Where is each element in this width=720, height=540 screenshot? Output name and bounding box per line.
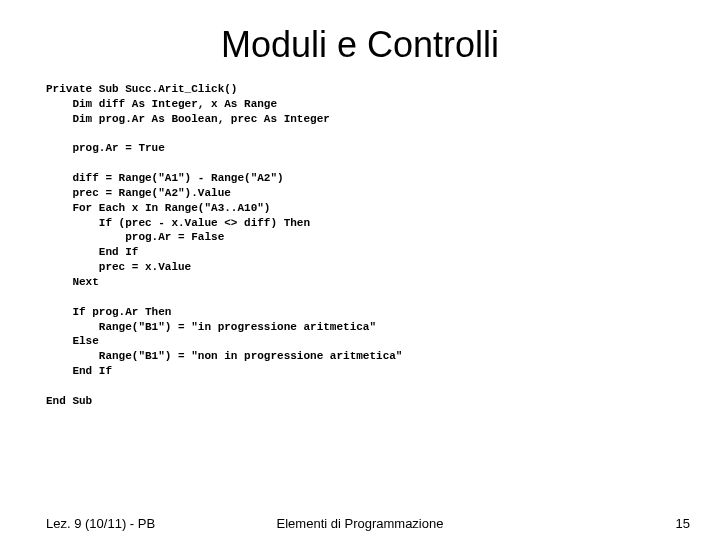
slide: Moduli e Controlli Private Sub Succ.Arit… [0,0,720,540]
code-block: Private Sub Succ.Arit_Click() Dim diff A… [0,78,720,409]
footer-center: Elementi di Programmazione [0,516,720,531]
footer-page-number: 15 [676,516,690,531]
page-title: Moduli e Controlli [0,0,720,78]
